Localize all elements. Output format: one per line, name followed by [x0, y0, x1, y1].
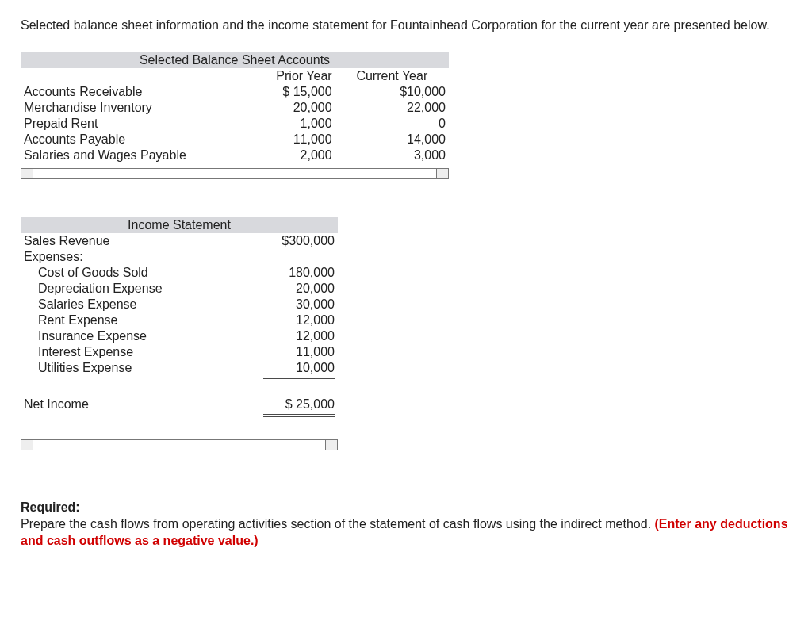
row-label: Accounts Payable: [21, 132, 222, 148]
horizontal-scrollbar[interactable]: [21, 168, 449, 179]
net-income-row: Net Income $ 25,000: [21, 397, 338, 412]
row-prior: 20,000: [222, 100, 335, 116]
table-row: Cost of Goods Sold 180,000: [21, 265, 338, 281]
row-label: Sales Revenue: [21, 233, 225, 249]
total-rule-icon: [263, 414, 335, 417]
row-label: Merchandise Inventory: [21, 100, 222, 116]
row-label: Depreciation Expense: [21, 281, 225, 297]
row-value: 30,000: [225, 297, 338, 312]
row-label: Salaries and Wages Payable: [21, 148, 222, 163]
table-row: Insurance Expense 12,000: [21, 328, 338, 344]
table-row: Salaries Expense 30,000: [21, 297, 338, 312]
table-row: Rent Expense 12,000: [21, 312, 338, 328]
row-label: Interest Expense: [21, 344, 225, 360]
table-row: Prepaid Rent 1,000 0: [21, 116, 449, 132]
row-label: Cost of Goods Sold: [21, 265, 225, 281]
table-row: Interest Expense 11,000: [21, 344, 338, 360]
table-row: Salaries and Wages Payable 2,000 3,000: [21, 148, 449, 163]
row-value: 20,000: [225, 281, 338, 297]
row-label: Prepaid Rent: [21, 116, 222, 132]
row-label: Utilities Expense: [21, 360, 225, 376]
required-heading: Required:: [21, 500, 80, 514]
table-row: Accounts Receivable $ 15,000 $10,000: [21, 84, 449, 100]
row-value: 12,000: [225, 328, 338, 344]
row-label: Salaries Expense: [21, 297, 225, 312]
row-value: $300,000: [225, 233, 338, 249]
row-prior: 2,000: [222, 148, 335, 163]
row-current: $10,000: [335, 84, 449, 100]
intro-text: Selected balance sheet information and t…: [21, 17, 791, 33]
table-row: Utilities Expense 10,000: [21, 360, 338, 376]
row-value: 180,000: [225, 265, 338, 281]
row-current: 3,000: [335, 148, 449, 163]
row-label: Accounts Receivable: [21, 84, 222, 100]
row-value: 10,000: [225, 360, 338, 376]
row-prior: $ 15,000: [222, 84, 335, 100]
table-row: Expenses:: [21, 249, 338, 265]
row-value: [225, 249, 338, 265]
row-current: 0: [335, 116, 449, 132]
required-body: Prepare the cash flows from operating ac…: [21, 517, 655, 531]
net-income-value: $ 25,000: [225, 397, 338, 412]
scroll-right-icon[interactable]: [325, 440, 337, 450]
table-row: Accounts Payable 11,000 14,000: [21, 132, 449, 148]
income-statement-title: Income Statement: [21, 217, 338, 233]
col-prior-year: Prior Year: [222, 68, 335, 84]
scroll-left-icon[interactable]: [21, 440, 33, 450]
row-label: Insurance Expense: [21, 328, 225, 344]
row-value: 11,000: [225, 344, 338, 360]
row-current: 14,000: [335, 132, 449, 148]
row-label: Expenses:: [21, 249, 225, 265]
net-income-label: Net Income: [21, 397, 225, 412]
horizontal-scrollbar[interactable]: [21, 439, 338, 450]
scroll-left-icon[interactable]: [21, 169, 33, 178]
table-row: Sales Revenue $300,000: [21, 233, 338, 249]
required-section: Required: Prepare the cash flows from op…: [21, 500, 791, 549]
balance-sheet-table: Selected Balance Sheet Accounts Prior Ye…: [21, 52, 449, 163]
row-prior: 1,000: [222, 116, 335, 132]
col-current-year: Current Year: [335, 68, 449, 84]
table-row: Merchandise Inventory 20,000 22,000: [21, 100, 449, 116]
row-current: 22,000: [335, 100, 449, 116]
income-statement-table: Income Statement Sales Revenue $300,000 …: [21, 217, 338, 417]
row-label: Rent Expense: [21, 312, 225, 328]
table-row: Depreciation Expense 20,000: [21, 281, 338, 297]
balance-sheet-title: Selected Balance Sheet Accounts: [21, 52, 449, 68]
scroll-right-icon[interactable]: [436, 169, 448, 178]
row-prior: 11,000: [222, 132, 335, 148]
row-value: 12,000: [225, 312, 338, 328]
